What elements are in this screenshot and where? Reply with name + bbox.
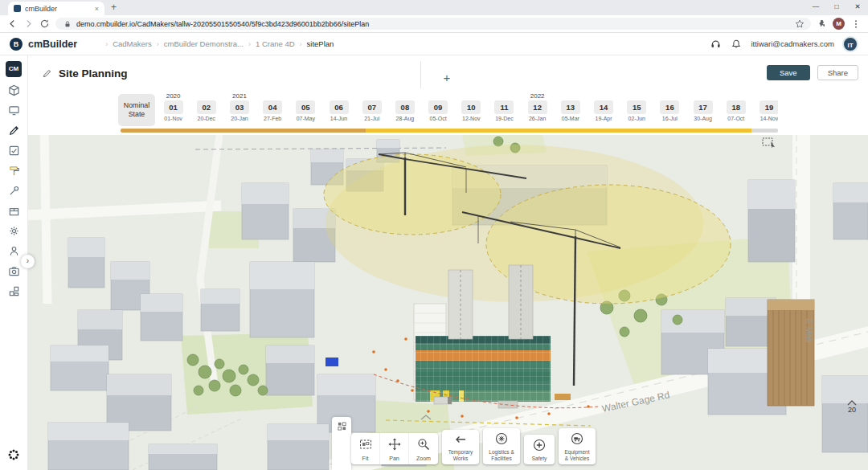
timeline-keyframe[interactable]: 1914-Nov xyxy=(752,92,778,131)
model-tool-icon[interactable] xyxy=(6,83,21,97)
edit-title-pencil-icon[interactable] xyxy=(40,67,53,80)
bookmark-star-icon[interactable] xyxy=(794,18,805,29)
nominal-state-button[interactable]: Nominal State xyxy=(118,94,155,126)
views-tool-icon[interactable] xyxy=(6,103,21,117)
logistics-facilities-label: Logistics & Facilities xyxy=(489,449,514,462)
timeline-keyframe[interactable]: 1419-Apr xyxy=(587,92,620,131)
breadcrumb-item[interactable]: sitePlan xyxy=(307,39,334,48)
save-button[interactable]: Save xyxy=(767,65,810,80)
equipment-vehicles-button[interactable]: Equipment & Vehicles xyxy=(559,428,596,464)
share-button[interactable]: Share xyxy=(817,65,858,80)
timeline-year-label xyxy=(422,92,455,100)
timeline-keyframe-number[interactable]: 04 xyxy=(263,100,282,114)
viewport-canvas[interactable]: Walter Gage Rd E Mall 20 xyxy=(28,135,868,470)
timeline-keyframe[interactable]: 0427-Feb xyxy=(256,92,289,131)
timeline-keyframe-number[interactable]: 18 xyxy=(727,100,746,114)
timeline-keyframe-date: 20-Dec xyxy=(190,116,223,121)
timeline-keyframe[interactable]: 1807-Oct xyxy=(719,92,752,131)
timeline-year-label xyxy=(488,92,521,100)
user-avatar[interactable]: IT xyxy=(842,36,858,52)
timeline-keyframe-number[interactable]: 08 xyxy=(395,100,415,114)
breadcrumb-item[interactable]: cmBuilder Demonstra... xyxy=(164,39,244,48)
pipette-tool-icon[interactable] xyxy=(6,183,21,198)
timeline-keyframe[interactable]: 0220-Dec xyxy=(190,92,223,131)
toolbar-collapse-chevron-icon[interactable] xyxy=(420,411,432,423)
timeline-keyframe-number[interactable]: 10 xyxy=(461,100,481,114)
temporary-works-button[interactable]: Temporary Works xyxy=(442,430,479,464)
support-headset-icon[interactable] xyxy=(709,38,722,51)
timeline-keyframe[interactable]: 0507-May xyxy=(289,92,322,131)
timeline-keyframe-number[interactable]: 07 xyxy=(362,100,382,114)
region-select-icon[interactable] xyxy=(761,137,777,149)
url-bar[interactable]: demo.cmbuilder.io/CadMakers/tallw-202055… xyxy=(55,18,811,30)
zoom-button[interactable]: Zoom xyxy=(409,433,438,464)
extensions-puzzle-icon[interactable] xyxy=(817,18,827,29)
snapshot-tool-icon[interactable] xyxy=(6,264,21,278)
logistics-facilities-button[interactable]: Logistics & Facilities xyxy=(483,428,520,464)
timeline-keyframe-number[interactable]: 13 xyxy=(561,100,580,114)
breadcrumb-item[interactable]: CadMakers xyxy=(113,39,152,48)
timeline-keyframe[interactable]: 0828-Aug xyxy=(388,92,421,131)
timeline-keyframe-number[interactable]: 11 xyxy=(494,100,514,114)
timeline-keyframe[interactable]: 0721-Jul xyxy=(355,92,388,131)
timeline-keyframe[interactable]: 1502-Jun xyxy=(620,92,653,131)
new-tab-button[interactable]: + xyxy=(111,0,117,15)
markup-tool-icon[interactable] xyxy=(6,143,21,157)
timeline-keyframe-number[interactable]: 05 xyxy=(296,100,315,114)
gear-tool-icon[interactable] xyxy=(6,223,21,238)
notifications-bell-icon[interactable] xyxy=(730,38,743,51)
forward-icon[interactable] xyxy=(23,18,34,29)
pan-button[interactable]: Pan xyxy=(380,433,409,464)
expand-panel-button[interactable]: › xyxy=(21,255,35,268)
timeline-keyframe[interactable]: 1305-Mar xyxy=(554,92,587,131)
timeline-keyframe-number[interactable]: 19 xyxy=(760,100,778,114)
timeline-keyframe-number[interactable]: 06 xyxy=(330,100,349,114)
timeline-keyframe-number[interactable]: 01 xyxy=(164,100,183,114)
timeline-keyframe[interactable]: 20210320-Jan xyxy=(223,92,256,131)
breadcrumb-item[interactable]: 1 Crane 4D xyxy=(256,39,295,48)
cmbuilder-logo-text[interactable]: cmBuilder xyxy=(28,39,77,50)
package-tool-icon[interactable] xyxy=(6,203,21,218)
timeline-keyframe-number[interactable]: 09 xyxy=(428,100,448,114)
timeline-keyframe-number[interactable]: 16 xyxy=(660,100,679,114)
timeline-keyframe[interactable]: 20200101-Nov xyxy=(157,92,190,131)
user-email: ittiwari@cadmakers.com xyxy=(751,39,834,48)
timeline-keyframe[interactable]: 1012-Nov xyxy=(455,92,488,131)
blocks-tool-icon[interactable] xyxy=(6,284,21,298)
edit-tool-icon[interactable] xyxy=(6,123,21,137)
timeline-keyframe-number[interactable]: 14 xyxy=(594,100,613,114)
back-icon[interactable] xyxy=(7,18,18,29)
window-close-button[interactable]: ✕ xyxy=(847,0,868,13)
refresh-icon[interactable] xyxy=(39,18,50,29)
timeline-keyframe[interactable]: 1119-Dec xyxy=(488,92,521,131)
site-3d-scene[interactable]: Walter Gage Rd E Mall xyxy=(28,135,868,470)
timeline-keyframe-number[interactable]: 15 xyxy=(627,100,646,114)
timeline-keyframe[interactable]: 1730-Aug xyxy=(686,92,719,131)
timeline-keyframe[interactable]: 20221226-Jan xyxy=(521,92,554,131)
browser-menu-kebab-icon[interactable] xyxy=(850,18,861,29)
zoom-level-up-chevron-icon[interactable] xyxy=(847,396,857,404)
timeline-keyframe[interactable]: 0905-Oct xyxy=(422,92,455,131)
window-maximize-button[interactable]: □ xyxy=(826,0,847,13)
window-minimize-button[interactable]: — xyxy=(805,0,826,13)
timeline-keyframe-number[interactable]: 02 xyxy=(197,100,216,114)
collapsed-side-panel[interactable] xyxy=(332,417,351,470)
timeline-keyframe[interactable]: 1616-Jul xyxy=(653,92,686,131)
tab-close-icon[interactable]: × xyxy=(95,5,99,13)
cmbuilder-logo-icon[interactable]: B xyxy=(10,38,23,51)
person-tool-icon[interactable] xyxy=(6,243,21,258)
cm-logo-badge[interactable]: CM xyxy=(6,61,22,77)
add-keyframe-button[interactable]: + xyxy=(440,71,454,85)
timeline-progress-bar[interactable] xyxy=(121,129,778,133)
timber-building[interactable] xyxy=(768,300,814,406)
paint-tool-icon[interactable] xyxy=(6,163,21,178)
timeline-year-label xyxy=(455,92,488,100)
safety-button[interactable]: Safety xyxy=(524,435,555,464)
browser-profile-avatar[interactable]: M xyxy=(833,18,845,30)
browser-tab[interactable]: cmBuilder × xyxy=(8,2,104,15)
timeline-keyframe-number[interactable]: 17 xyxy=(694,100,713,114)
timeline-keyframe[interactable]: 0614-Jun xyxy=(322,92,355,131)
fit-button[interactable]: Fit xyxy=(351,433,380,464)
timeline-keyframe-number[interactable]: 03 xyxy=(230,100,249,114)
timeline-keyframe-number[interactable]: 12 xyxy=(528,100,547,114)
